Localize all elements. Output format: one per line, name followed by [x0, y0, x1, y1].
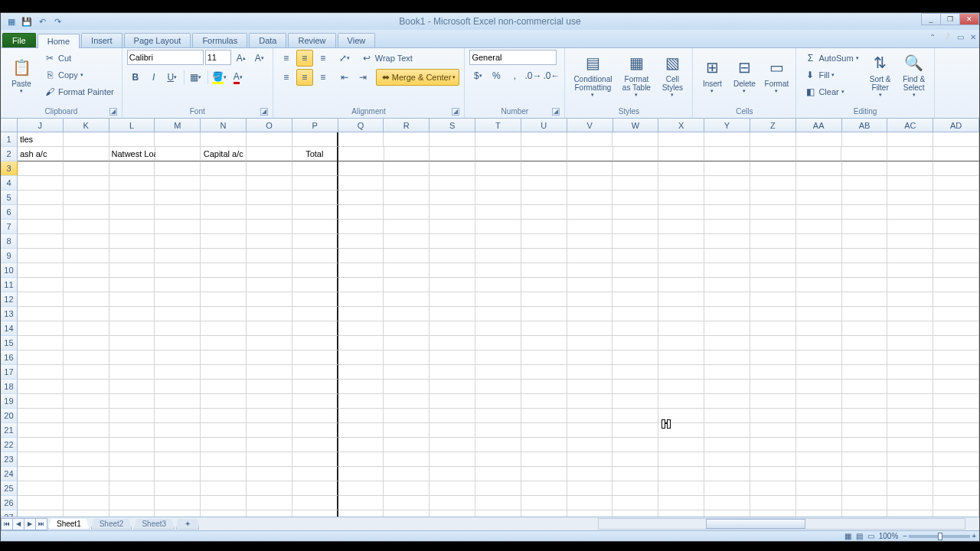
cell[interactable] [109, 278, 155, 292]
cell[interactable] [64, 278, 109, 292]
cell[interactable] [109, 161, 155, 176]
cell[interactable] [384, 438, 430, 452]
cell[interactable] [521, 481, 567, 496]
cell[interactable] [201, 278, 247, 292]
cell[interactable] [750, 467, 796, 481]
cell[interactable] [658, 191, 704, 205]
paste-button[interactable]: 📋 Paste▾ [5, 50, 38, 100]
cell[interactable] [796, 350, 842, 365]
cell[interactable] [750, 409, 796, 423]
minimize-ribbon-icon[interactable]: ⌃ [929, 33, 936, 41]
cell[interactable] [887, 220, 933, 234]
cell[interactable] [292, 234, 338, 249]
cell[interactable] [521, 467, 567, 481]
cell[interactable] [201, 176, 247, 191]
worksheet-grid[interactable]: JKLMNOPQRSTUVWXYZAAABACAD 1tles2ash a/cN… [1, 119, 979, 517]
horizontal-scrollbar[interactable] [598, 518, 965, 530]
cell[interactable] [109, 467, 155, 481]
cell[interactable] [155, 452, 201, 467]
first-sheet-button[interactable]: ⏮ [1, 518, 13, 530]
cell[interactable] [384, 132, 430, 147]
cell[interactable] [567, 496, 613, 510]
prev-sheet-button[interactable]: ◀ [12, 518, 24, 530]
cell[interactable] [796, 263, 842, 278]
cell[interactable] [567, 394, 613, 409]
cell[interactable] [796, 205, 842, 220]
cell[interactable] [18, 321, 64, 336]
cell[interactable] [64, 423, 109, 438]
conditional-formatting-button[interactable]: ▤Conditional Formatting▾ [570, 50, 616, 100]
cell[interactable] [796, 409, 842, 423]
cell[interactable] [658, 321, 704, 336]
cell[interactable] [933, 321, 979, 336]
row-header[interactable]: 2 [1, 147, 18, 161]
cell[interactable] [842, 220, 888, 234]
cell[interactable] [475, 336, 521, 350]
cell[interactable] [612, 409, 658, 423]
cell[interactable] [567, 438, 613, 452]
cell[interactable] [247, 423, 292, 438]
cell[interactable] [338, 205, 384, 220]
cell[interactable] [887, 438, 933, 452]
cell[interactable] [887, 249, 933, 263]
cell[interactable] [658, 161, 704, 176]
row-header[interactable]: 24 [1, 467, 18, 481]
cell[interactable] [201, 481, 247, 496]
cell[interactable] [64, 409, 109, 423]
column-header[interactable]: AA [796, 119, 842, 132]
cell[interactable] [338, 249, 384, 263]
fill-button[interactable]: ⬇Fill▾ [801, 67, 861, 83]
cell[interactable] [292, 205, 338, 220]
cell[interactable] [704, 394, 750, 409]
cell[interactable] [704, 365, 750, 380]
cell[interactable] [292, 481, 338, 496]
cell[interactable] [155, 365, 201, 380]
cell[interactable] [201, 292, 247, 307]
column-header[interactable]: X [658, 119, 704, 132]
cell[interactable] [521, 380, 567, 394]
row-header[interactable]: 6 [1, 205, 18, 220]
cell[interactable] [338, 510, 384, 517]
cell[interactable] [842, 132, 888, 147]
cell[interactable] [887, 409, 933, 423]
cell[interactable] [18, 176, 64, 191]
cell[interactable] [109, 380, 155, 394]
dialog-launcher-icon[interactable]: ◢ [109, 108, 117, 116]
cell[interactable] [658, 365, 704, 380]
cell[interactable] [109, 394, 155, 409]
font-size-combo[interactable] [205, 50, 231, 65]
cell[interactable] [612, 176, 658, 191]
cell[interactable] [18, 365, 64, 380]
dialog-launcher-icon[interactable]: ◢ [552, 108, 560, 116]
cell[interactable] [887, 423, 933, 438]
cell[interactable] [613, 147, 659, 161]
cell[interactable] [18, 205, 64, 220]
cell[interactable] [612, 191, 658, 205]
cell[interactable] [430, 263, 475, 278]
cell[interactable] [201, 452, 247, 467]
cell[interactable] [155, 321, 201, 336]
column-header[interactable]: U [521, 119, 567, 132]
cell[interactable] [292, 365, 338, 380]
cell[interactable] [933, 132, 979, 147]
cell[interactable] [658, 292, 704, 307]
cell[interactable] [109, 510, 155, 517]
cell[interactable] [658, 438, 704, 452]
cell[interactable] [612, 307, 658, 321]
cell[interactable] [18, 394, 64, 409]
cell[interactable] [796, 234, 842, 249]
cell[interactable] [887, 350, 933, 365]
cell[interactable] [18, 234, 64, 249]
cell[interactable] [155, 380, 201, 394]
cell[interactable] [842, 191, 888, 205]
cell[interactable] [842, 438, 888, 452]
cell[interactable] [64, 365, 109, 380]
cell[interactable] [887, 191, 933, 205]
accounting-button[interactable]: $▾ [469, 67, 486, 84]
cell[interactable] [750, 336, 796, 350]
cell[interactable] [292, 161, 338, 176]
cell[interactable] [384, 220, 430, 234]
cell[interactable] [18, 496, 64, 510]
align-right-button[interactable]: ≡ [315, 69, 332, 86]
cell[interactable] [247, 467, 292, 481]
